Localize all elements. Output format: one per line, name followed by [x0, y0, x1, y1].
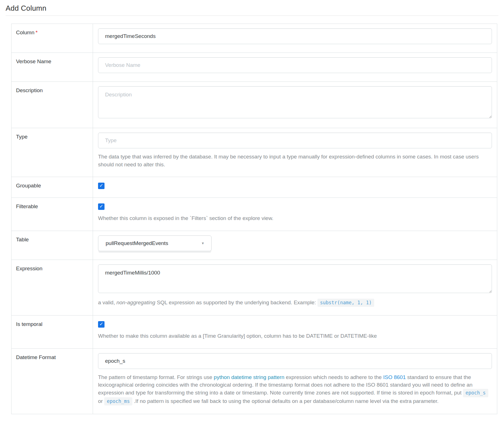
type-help-text: The data type that was inferred by the d… — [98, 153, 492, 168]
column-input[interactable] — [98, 28, 492, 44]
datetime-format-label: Datetime Format — [12, 349, 93, 414]
checkmark-icon: ✓ — [99, 204, 103, 209]
is-temporal-value-cell: ✓ Whether to make this column available … — [93, 316, 497, 348]
epoch-s-code: epoch_s — [463, 389, 488, 397]
datetime-help-part4: or — [98, 398, 104, 404]
form-row-description: Description — [12, 82, 497, 128]
checkmark-icon: ✓ — [99, 183, 103, 188]
verbose-name-input[interactable] — [98, 57, 492, 73]
filterable-label: Filterable — [12, 198, 93, 231]
verbose-name-value-cell — [93, 53, 497, 81]
expression-value-cell: mergedTimeMillis/1000 a valid, non-aggre… — [93, 260, 497, 316]
groupable-checkbox[interactable]: ✓ — [98, 183, 105, 189]
form-row-is-temporal: Is temporal ✓ Whether to make this colum… — [12, 316, 497, 349]
form-row-groupable: Groupable ✓ — [12, 177, 497, 198]
table-value-cell: pullRequestMergedEvents ▼ — [93, 231, 497, 260]
verbose-name-label: Verbose Name — [12, 53, 93, 81]
groupable-value-cell: ✓ — [93, 177, 497, 198]
checkmark-icon: ✓ — [99, 322, 103, 326]
datetime-format-help-text: The pattern of timestamp format. For str… — [98, 373, 492, 405]
expression-help-part1: a valid, — [98, 300, 116, 305]
form-row-type: Type The data type that was inferred by … — [12, 128, 497, 177]
description-label: Description — [12, 82, 93, 128]
is-temporal-label: Is temporal — [12, 316, 93, 348]
add-column-page: Add Column Column* Verbose Name Descript… — [0, 0, 504, 423]
expression-textarea[interactable]: mergedTimeMillis/1000 — [98, 264, 492, 293]
datetime-help-part5: .If no pattern is specified we fall back… — [132, 398, 439, 404]
title-divider — [6, 15, 498, 16]
epoch-ms-code: epoch_ms — [104, 397, 132, 406]
description-value-cell — [93, 82, 497, 128]
form-row-verbose-name: Verbose Name — [12, 53, 497, 82]
type-input[interactable] — [98, 133, 492, 148]
form-row-table: Table pullRequestMergedEvents ▼ — [12, 231, 497, 260]
column-label: Column* — [12, 24, 93, 53]
type-label: Type — [12, 128, 93, 177]
iso-8601-link[interactable]: ISO 8601 — [383, 374, 406, 380]
add-column-form: Column* Verbose Name Description Type — [11, 24, 497, 414]
form-row-datetime-format: Datetime Format The pattern of timestamp… — [12, 349, 497, 414]
form-row-expression: Expression mergedTimeMillis/1000 a valid… — [12, 260, 497, 316]
chevron-down-icon: ▼ — [201, 241, 205, 245]
type-value-cell: The data type that was inferred by the d… — [93, 128, 497, 177]
is-temporal-checkbox[interactable]: ✓ — [98, 321, 105, 328]
column-label-text: Column — [16, 30, 34, 35]
table-select-value: pullRequestMergedEvents — [106, 240, 168, 246]
filterable-checkbox[interactable]: ✓ — [98, 203, 105, 210]
filterable-value-cell: ✓ Whether this column is exposed in the … — [93, 198, 497, 231]
description-textarea[interactable] — [98, 86, 492, 118]
table-label: Table — [12, 231, 93, 260]
expression-label: Expression — [12, 260, 93, 316]
datetime-help-part1: The pattern of timestamp format. For str… — [98, 374, 214, 380]
form-row-filterable: Filterable ✓ Whether this column is expo… — [12, 198, 497, 231]
groupable-label: Groupable — [12, 177, 93, 198]
form-row-column: Column* — [12, 24, 497, 53]
datetime-help-part2: expression which needs to adhere to the — [284, 374, 383, 380]
expression-example-code: substr(name, 1, 1) — [317, 299, 374, 307]
datetime-format-value-cell: The pattern of timestamp format. For str… — [93, 349, 497, 414]
expression-help-italic: non-aggregating — [116, 300, 155, 305]
datetime-format-input[interactable] — [98, 353, 492, 369]
column-value-cell — [93, 24, 497, 53]
python-datetime-pattern-link[interactable]: python datetime string pattern — [214, 374, 284, 380]
is-temporal-help-text: Whether to make this column available as… — [98, 332, 492, 340]
required-asterisk: * — [35, 30, 37, 35]
expression-help-part2: SQL expression as supported by the under… — [155, 300, 317, 305]
filterable-help-text: Whether this column is exposed in the `F… — [98, 214, 492, 222]
page-header: Add Column — [0, 0, 504, 13]
table-select[interactable]: pullRequestMergedEvents ▼ — [98, 235, 212, 251]
page-title: Add Column — [6, 4, 498, 13]
expression-help-text: a valid, non-aggregating SQL expression … — [98, 299, 492, 307]
